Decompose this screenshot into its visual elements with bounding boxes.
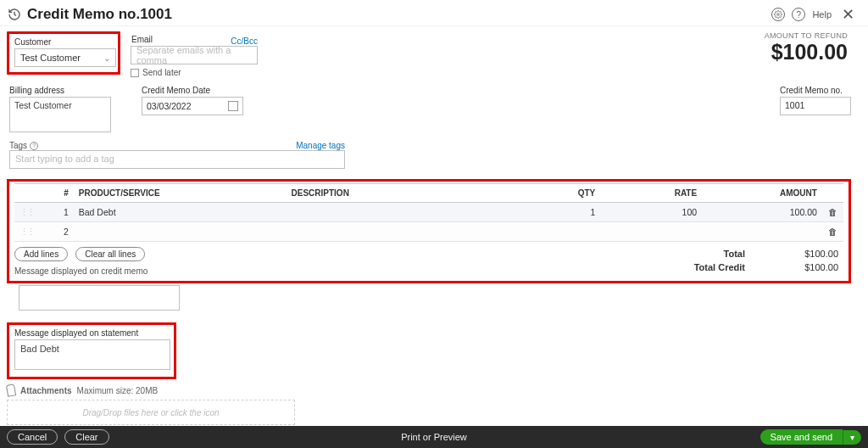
send-later-label: Send later	[142, 68, 181, 77]
clear-lines-button[interactable]: Clear all lines	[75, 247, 145, 261]
save-and-send-button[interactable]: Save and send	[760, 429, 843, 445]
line-num: 2	[41, 222, 74, 242]
tags-label: Tags ?	[9, 141, 38, 150]
customer-label: Customer	[14, 37, 113, 47]
email-label: Email	[131, 35, 153, 44]
tags-placeholder: Start typing to add a tag	[15, 154, 114, 164]
line-qty[interactable]: 1	[498, 203, 600, 222]
page-title: Credit Memo no.1001	[27, 6, 172, 23]
line-rate[interactable]: 100	[600, 203, 702, 222]
col-amount: AMOUNT	[702, 184, 822, 203]
tags-input[interactable]: Start typing to add a tag	[9, 150, 345, 169]
col-num: #	[41, 184, 74, 203]
customer-value: Test Customer	[20, 53, 81, 63]
attachments-label: Attachments	[20, 386, 72, 395]
line-product[interactable]: Bad Debt	[74, 203, 287, 222]
billing-value: Test Customer	[14, 100, 72, 110]
amount-value: $100.00	[765, 40, 848, 64]
table-row[interactable]: 2 🗑	[14, 222, 843, 242]
help-icon[interactable]: ?	[792, 8, 805, 21]
statement-message-label: Message displayed on statement	[14, 328, 169, 338]
manage-tags-link[interactable]: Manage tags	[296, 141, 345, 150]
drag-handle-icon[interactable]	[19, 207, 33, 217]
customer-select[interactable]: Test Customer ⌄	[14, 48, 116, 67]
cancel-button[interactable]: Cancel	[7, 429, 58, 445]
send-later-checkbox[interactable]	[131, 69, 139, 77]
paperclip-icon[interactable]	[6, 384, 16, 397]
email-input[interactable]: Separate emails with a comma	[131, 46, 258, 64]
save-dropdown-button[interactable]: ▾	[843, 430, 861, 445]
total-credit-label: Total Credit	[652, 262, 745, 272]
line-rate[interactable]	[600, 222, 702, 242]
line-qty[interactable]	[498, 222, 600, 242]
line-description[interactable]	[287, 203, 499, 222]
amount-label: AMOUNT TO REFUND	[765, 31, 848, 40]
line-product[interactable]	[74, 222, 287, 242]
docno-label: Credit Memo no.	[780, 86, 851, 95]
memo-message-label: Message displayed on credit memo	[14, 266, 150, 276]
date-value: 03/03/2022	[147, 101, 192, 111]
line-num: 1	[41, 203, 74, 222]
line-items-table: # PRODUCT/SERVICE DESCRIPTION QTY RATE A…	[14, 183, 843, 242]
history-icon[interactable]	[7, 7, 22, 22]
chevron-down-icon: ⌄	[103, 53, 110, 63]
gear-icon[interactable]	[771, 8, 785, 21]
credit-memo-date[interactable]: 03/03/2022	[142, 97, 243, 115]
drag-handle-icon[interactable]	[19, 227, 33, 237]
add-lines-button[interactable]: Add lines	[14, 247, 68, 261]
print-preview-link[interactable]: Print or Preview	[401, 432, 467, 442]
statement-message-value: Bad Debt	[20, 344, 59, 354]
credit-memo-number[interactable]: 1001	[780, 97, 851, 115]
total-credit-value: $100.00	[779, 262, 838, 272]
total-value: $100.00	[779, 249, 838, 259]
attachments-dropzone[interactable]: Drag/Drop files here or click the icon	[7, 400, 295, 425]
svg-point-0	[777, 14, 780, 16]
line-amount[interactable]: 100.00	[702, 203, 822, 222]
help-label[interactable]: Help	[812, 9, 832, 20]
line-description[interactable]	[287, 222, 499, 242]
dropzone-text: Drag/Drop files here or click the icon	[82, 408, 219, 417]
clear-button[interactable]: Clear	[64, 429, 108, 445]
statement-message-input[interactable]: Bad Debt	[14, 339, 170, 370]
col-rate: RATE	[600, 184, 702, 203]
date-label: Credit Memo Date	[142, 86, 243, 95]
col-description: DESCRIPTION	[287, 184, 499, 203]
help-tags-icon[interactable]: ?	[30, 142, 38, 150]
billing-label: Billing address	[9, 86, 111, 95]
email-placeholder: Separate emails with a comma	[136, 45, 252, 65]
line-amount[interactable]	[702, 222, 822, 242]
table-row[interactable]: 1 Bad Debt 1 100 100.00 🗑	[14, 203, 843, 222]
attachments-hint: Maximum size: 20MB	[77, 386, 159, 395]
memo-message-input[interactable]	[19, 285, 180, 311]
total-label: Total	[652, 249, 745, 259]
col-qty: QTY	[498, 184, 600, 203]
delete-line-icon[interactable]: 🗑	[822, 222, 843, 242]
calendar-icon	[228, 101, 238, 111]
docno-value: 1001	[785, 100, 804, 110]
delete-line-icon[interactable]: 🗑	[822, 203, 843, 222]
col-product: PRODUCT/SERVICE	[74, 184, 287, 203]
billing-address[interactable]: Test Customer	[9, 97, 111, 132]
close-icon[interactable]: ✕	[838, 5, 858, 24]
